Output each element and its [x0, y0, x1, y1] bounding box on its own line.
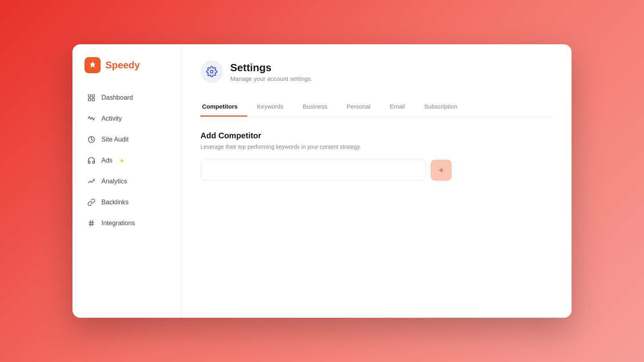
backlinks-icon — [87, 198, 96, 207]
add-competitor-button[interactable]: + — [431, 160, 452, 181]
logo-area: Speedy — [80, 57, 173, 73]
svg-line-8 — [92, 220, 93, 226]
sidebar-item-label-analytics: Analytics — [101, 178, 127, 185]
svg-rect-0 — [89, 95, 91, 97]
sidebar-item-label-site-audit: Site Audit — [101, 136, 129, 143]
dashboard-icon — [87, 93, 96, 102]
site-audit-icon — [87, 135, 96, 144]
tab-business[interactable]: Business — [293, 97, 337, 117]
activity-icon — [87, 114, 96, 123]
ads-badge: ✦ — [119, 157, 124, 165]
app-name: Speedy — [105, 60, 140, 71]
main-content: Settings Manage your account settings. C… — [181, 44, 572, 318]
svg-rect-3 — [92, 99, 95, 101]
svg-rect-2 — [89, 99, 91, 101]
competitor-input[interactable] — [200, 160, 426, 181]
sidebar: Speedy Dashboard Activity — [72, 44, 181, 318]
svg-rect-1 — [92, 95, 95, 97]
sidebar-item-label-activity: Activity — [101, 115, 122, 122]
sidebar-item-ads[interactable]: Ads ✦ — [80, 150, 173, 171]
tab-subscription[interactable]: Subscription — [415, 97, 467, 117]
sidebar-item-activity[interactable]: Activity — [80, 109, 173, 129]
analytics-icon — [87, 177, 96, 186]
ads-icon — [87, 156, 96, 165]
tab-competitors[interactable]: Competitors — [200, 97, 247, 117]
section-description: Leverage their top performing keywords i… — [200, 144, 552, 150]
sidebar-item-label-backlinks: Backlinks — [101, 199, 129, 206]
tabs-bar: Competitors Keywords Business Personal E… — [200, 97, 552, 117]
page-subtitle: Manage your account settings. — [230, 75, 312, 82]
header-text: Settings Manage your account settings. — [230, 62, 312, 82]
competitor-input-row: + — [200, 160, 552, 181]
app-window: Speedy Dashboard Activity — [72, 44, 572, 318]
tab-keywords[interactable]: Keywords — [247, 97, 293, 117]
sidebar-item-integrations[interactable]: Integrations — [80, 213, 173, 233]
sidebar-item-dashboard[interactable]: Dashboard — [80, 88, 173, 108]
logo-icon — [85, 57, 101, 73]
plus-icon: + — [438, 165, 444, 176]
page-title: Settings — [230, 62, 312, 74]
sidebar-item-label-integrations: Integrations — [101, 220, 135, 227]
competitors-section: Add Competitor Leverage their top perfor… — [200, 131, 552, 181]
settings-icon — [206, 66, 217, 77]
section-title: Add Competitor — [200, 131, 552, 140]
svg-line-7 — [90, 220, 91, 226]
sidebar-item-site-audit[interactable]: Site Audit — [80, 130, 173, 150]
svg-point-9 — [211, 70, 213, 73]
tab-email[interactable]: Email — [380, 97, 415, 117]
sidebar-item-backlinks[interactable]: Backlinks — [80, 192, 173, 212]
settings-icon-wrap — [200, 60, 223, 83]
integrations-icon — [87, 219, 96, 228]
tab-personal[interactable]: Personal — [337, 97, 380, 117]
sidebar-item-analytics[interactable]: Analytics — [80, 171, 173, 191]
page-header: Settings Manage your account settings. — [200, 60, 552, 83]
sidebar-item-label-ads: Ads — [101, 157, 113, 164]
sidebar-item-label-dashboard: Dashboard — [101, 94, 133, 101]
